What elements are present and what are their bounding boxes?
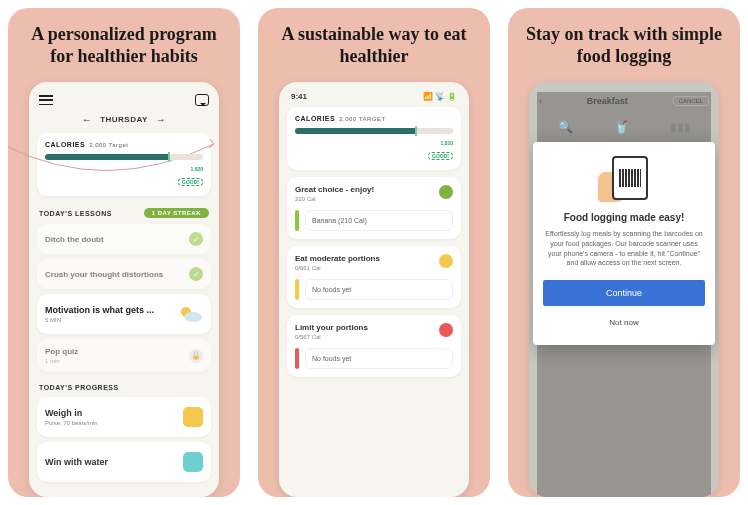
promo-panel-3: Stay on track with simple food logging ‹… bbox=[508, 8, 740, 497]
svg-point-1 bbox=[184, 312, 202, 322]
next-day-icon[interactable]: → bbox=[156, 114, 167, 125]
lesson-item[interactable]: Crush your thought distortions✓ bbox=[37, 259, 211, 289]
food-category-card[interactable]: Eat moderate portions0/661 Cal No foods … bbox=[287, 246, 461, 308]
back-icon[interactable]: ‹ bbox=[539, 96, 542, 106]
headline: Stay on track with simple food logging bbox=[520, 22, 728, 68]
day-navigator: ← THURSDAY → bbox=[37, 114, 211, 125]
menu-icon[interactable] bbox=[39, 95, 53, 105]
phone-mock-1: ← THURSDAY → CALORIES2,000 Target 1,820 … bbox=[29, 82, 219, 497]
prev-day-icon[interactable]: ← bbox=[82, 114, 93, 125]
headline: A sustainable way to eat healthier bbox=[270, 22, 478, 68]
not-now-button[interactable]: Not now bbox=[543, 314, 705, 331]
promo-panel-1: A personalized program for healthier hab… bbox=[8, 8, 240, 497]
status-icons: 📶 📡 🔋 bbox=[423, 92, 457, 101]
lesson-item[interactable]: Motivation is what gets ...5 MIN bbox=[37, 294, 211, 334]
progress-item[interactable]: Win with water bbox=[37, 442, 211, 482]
barcode-modal: Food logging made easy! Effortlessly log… bbox=[533, 142, 715, 345]
current-day: THURSDAY bbox=[100, 115, 148, 124]
calories-card: CALORIES2,000 TARGET 1,810 GOOD! bbox=[287, 107, 461, 170]
chat-icon[interactable] bbox=[195, 94, 209, 106]
promo-panel-2: A sustainable way to eat healthier 9:41📶… bbox=[258, 8, 490, 497]
category-dot-icon bbox=[439, 185, 453, 199]
check-icon: ✓ bbox=[189, 267, 203, 281]
check-icon: ✓ bbox=[189, 232, 203, 246]
lesson-item[interactable]: Pop quiz1 min🔒 bbox=[37, 339, 211, 372]
food-category-card[interactable]: Limit your portions0/567 Cal No foods ye… bbox=[287, 315, 461, 377]
weather-icon bbox=[177, 304, 203, 324]
phone-mock-3: ‹ Breakfast CANCEL 🔍 🥤 ▮▮▮ Food logging … bbox=[529, 82, 719, 497]
modal-body: Effortlessly log meals by scanning the b… bbox=[543, 229, 705, 268]
barcode-icon[interactable]: ▮▮▮ bbox=[670, 120, 691, 134]
continue-button[interactable]: Continue bbox=[543, 280, 705, 306]
streak-badge: 1 DAY STREAK bbox=[144, 208, 209, 218]
water-icon bbox=[183, 452, 203, 472]
progress-item[interactable]: Weigh inPulse: 70 beats/min bbox=[37, 397, 211, 437]
calories-card: CALORIES2,000 Target 1,820 GOOD! bbox=[37, 133, 211, 196]
weigh-icon bbox=[183, 407, 203, 427]
cancel-button[interactable]: CANCEL bbox=[673, 96, 709, 106]
page-title: Breakfast bbox=[587, 96, 628, 106]
lock-icon: 🔒 bbox=[189, 349, 203, 363]
food-category-card[interactable]: Great choice - enjoy!210 Cal Banana (210… bbox=[287, 177, 461, 239]
barcode-illustration bbox=[594, 156, 654, 204]
cup-icon[interactable]: 🥤 bbox=[614, 120, 629, 134]
modal-title: Food logging made easy! bbox=[543, 212, 705, 223]
lesson-item[interactable]: Ditch the doubt✓ bbox=[37, 224, 211, 254]
category-dot-icon bbox=[439, 323, 453, 337]
category-dot-icon bbox=[439, 254, 453, 268]
phone-mock-2: 9:41📶 📡 🔋 CALORIES2,000 TARGET 1,810 GOO… bbox=[279, 82, 469, 497]
headline: A personalized program for healthier hab… bbox=[20, 22, 228, 68]
search-icon[interactable]: 🔍 bbox=[558, 120, 573, 134]
